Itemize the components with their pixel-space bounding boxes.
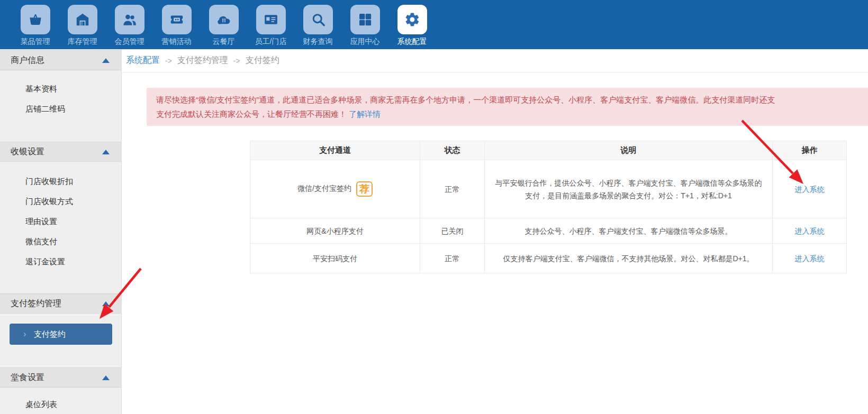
nav-tab-label: 财务查询 (303, 37, 333, 47)
payment-channels-table: 支付通道 状态 说明 操作 微信/支付宝签约荐 正常 与平安银行合作，提供公众号… (250, 141, 847, 273)
sidebar-item-wechat-pay[interactable]: 微信支付 (0, 232, 121, 252)
notice-line-2-text: 支付完成默认关注商家公众号，让餐厅经营不再困难！ (156, 109, 347, 118)
status-cell: 已关闭 (420, 218, 485, 244)
sidebar-item-store-payment-method[interactable]: 门店收银方式 (0, 191, 121, 211)
sidebar-group-cashier-settings[interactable]: 收银设置 (0, 142, 121, 162)
sidebar-group-items: 门店收银折扣 门店收银方式 理由设置 微信支付 退订金设置 (0, 162, 121, 272)
notice-line-2: 支付完成默认关注商家公众号，让餐厅经营不再困难！了解详情 (156, 107, 868, 121)
nav-tab-label: 云餐厅 (213, 37, 235, 47)
operation-cell: 进入系统 (773, 244, 847, 273)
breadcrumb-link-system-settings[interactable]: 系统配置 (126, 55, 160, 66)
staff-store-idcard-icon (256, 5, 286, 34)
breadcrumb-separator: -> (233, 57, 240, 65)
members-icon (115, 5, 144, 34)
breadcrumb-item-payment-signing-mgmt: 支付签约管理 (177, 55, 228, 66)
column-header-operation: 操作 (773, 141, 847, 160)
sidebar: 商户信息 基本资料 店铺二维码 收银设置 门店收银折扣 门店收银方式 理由设置 … (0, 49, 122, 414)
operation-cell: 进入系统 (773, 218, 847, 244)
channel-cell: 网页&小程序支付 (250, 218, 420, 244)
collapse-arrow-icon (102, 58, 110, 63)
nav-tab-label: 营销活动 (162, 37, 192, 47)
column-header-description: 说明 (485, 141, 773, 160)
sidebar-item-table-list[interactable]: 桌位列表 (0, 394, 121, 414)
column-header-status: 状态 (420, 141, 485, 160)
table-row: 微信/支付宝签约荐 正常 与平安银行合作，提供公众号、小程序、客户端支付宝、客户… (250, 160, 847, 218)
nav-tab-dishes[interactable]: 菜品管理 (12, 0, 59, 49)
status-cell: 正常 (420, 244, 485, 273)
sidebar-group-title: 收银设置 (11, 146, 44, 158)
cloud-restaurant-icon (209, 5, 239, 34)
column-header-channel: 支付通道 (250, 141, 420, 160)
nav-tab-system-settings[interactable]: 系统配置 (388, 0, 436, 49)
notice-line-1: 请尽快选择“微信/支付宝签约”通道，此通道已适合多种场景，商家无需再在多个地方申… (156, 93, 868, 107)
collapse-arrow-icon (102, 301, 110, 306)
notice-banner: 请尽快选择“微信/支付宝签约”通道，此通道已适合多种场景，商家无需再在多个地方申… (147, 88, 868, 126)
description-cell: 支持公众号、小程序、客户端支付宝、客户端微信等众多场景。 (485, 218, 773, 244)
nav-tab-label: 菜品管理 (21, 37, 50, 47)
status-cell: 正常 (420, 160, 485, 218)
channel-name: 微信/支付宝签约 (297, 184, 351, 192)
sidebar-item-basic-info[interactable]: 基本资料 (0, 79, 121, 99)
nav-tab-members[interactable]: 会员管理 (106, 0, 153, 49)
nav-tab-label: 会员管理 (115, 37, 144, 47)
dishes-basket-icon (21, 5, 50, 34)
collapse-arrow-icon (102, 375, 110, 380)
enter-system-link[interactable]: 进入系统 (795, 254, 825, 263)
nav-tab-cloud-restaurant[interactable]: 云餐厅 (200, 0, 247, 49)
sidebar-group-merchant-info[interactable]: 商户信息 (0, 50, 121, 70)
recommended-badge: 荐 (356, 181, 373, 197)
nav-tab-label: 员工/门店 (255, 37, 287, 47)
description-cell: 与平安银行合作，提供公众号、小程序、客户端支付宝、客户端微信等众多场景的支付，是… (485, 160, 773, 218)
main-content: 系统配置 -> 支付签约管理 -> 支付签约 请尽快选择“微信/支付宝签约”通道… (122, 49, 868, 414)
breadcrumb: 系统配置 -> 支付签约管理 -> 支付签约 (122, 49, 868, 72)
finance-search-icon (303, 5, 333, 34)
channel-cell: 平安扫码支付 (250, 244, 420, 273)
table-row: 网页&小程序支付 已关闭 支持公众号、小程序、客户端支付宝、客户端微信等众多场景… (250, 218, 847, 244)
sidebar-item-shop-qrcode[interactable]: 店铺二维码 (0, 99, 121, 119)
nav-tab-label: 系统配置 (397, 37, 427, 47)
sidebar-item-payment-signing-selected[interactable]: › 支付签约 (10, 324, 112, 345)
breadcrumb-item-payment-signing: 支付签约 (246, 55, 279, 66)
sidebar-group-title: 商户信息 (11, 55, 44, 66)
sidebar-item-reason-settings[interactable]: 理由设置 (0, 211, 121, 232)
operation-cell: 进入系统 (773, 160, 847, 218)
learn-more-link[interactable]: 了解详情 (349, 109, 381, 118)
inventory-warehouse-icon (68, 5, 97, 34)
table-row: 平安扫码支付 正常 仅支持客户端支付宝、客户端微信，不支持其他场景。对公、对私都… (250, 244, 847, 273)
sidebar-group-items: 桌位列表 (0, 388, 121, 414)
sidebar-group-title: 堂食设置 (11, 372, 44, 383)
nav-tab-marketing[interactable]: 营销活动 (153, 0, 200, 49)
enter-system-link[interactable]: 进入系统 (795, 185, 825, 194)
sidebar-item-store-discount[interactable]: 门店收银折扣 (0, 171, 121, 191)
sidebar-group-payment-signing[interactable]: 支付签约管理 (0, 293, 121, 314)
chevron-right-icon: › (23, 329, 26, 339)
table-header-row: 支付通道 状态 说明 操作 (250, 141, 847, 160)
enter-system-link[interactable]: 进入系统 (795, 227, 825, 235)
nav-tab-finance[interactable]: 财务查询 (294, 0, 341, 49)
sidebar-item-deposit-refund[interactable]: 退订金设置 (0, 252, 121, 272)
system-settings-gear-icon (397, 5, 427, 34)
sidebar-group-dine-in-settings[interactable]: 堂食设置 (0, 367, 121, 388)
top-navigation-bar: 菜品管理 库存管理 会员管理 (0, 0, 868, 49)
channel-name: 平安扫码支付 (313, 254, 357, 263)
nav-tab-app-center[interactable]: 应用中心 (341, 0, 388, 49)
channel-cell: 微信/支付宝签约荐 (250, 160, 420, 218)
nav-tab-label: 库存管理 (68, 37, 97, 47)
sidebar-group-items: 基本资料 店铺二维码 (0, 70, 121, 119)
description-cell: 仅支持客户端支付宝、客户端微信，不支持其他场景。对公、对私都是D+1。 (485, 244, 773, 273)
sidebar-group-title: 支付签约管理 (11, 298, 61, 309)
nav-tab-staff-store[interactable]: 员工/门店 (247, 0, 294, 49)
sidebar-item-label: 支付签约 (34, 329, 66, 339)
marketing-ticket-icon (162, 5, 192, 34)
nav-tab-label: 应用中心 (350, 37, 380, 47)
channel-name: 网页&小程序支付 (306, 227, 363, 235)
breadcrumb-separator: -> (165, 57, 172, 65)
nav-tab-inventory[interactable]: 库存管理 (59, 0, 106, 49)
collapse-arrow-icon (102, 150, 110, 154)
app-center-grid-icon (350, 5, 380, 34)
